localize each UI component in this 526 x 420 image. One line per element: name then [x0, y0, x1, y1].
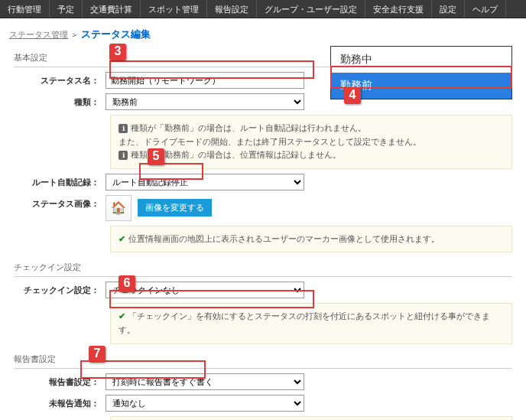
type-hint-box: 種類が「勤務前」の場合は、ルート自動記録は行われません。 また、ドライブモードの… — [110, 115, 512, 169]
menu-item[interactable]: 交通費計算 — [83, 0, 141, 18]
checkin-hint-box: 「チェックイン」を有効にするとステータスの打刻を付近にあるスポットと紐付ける事が… — [110, 303, 512, 343]
hint-text: 位置情報画面の地図上に表示されるユーザーのマーカー画像として使用されます。 — [119, 233, 504, 246]
hint-text: 種類が「勤務前」の場合は、ルート自動記録は行われません。 — [119, 122, 504, 135]
image-hint-box: 位置情報画面の地図上に表示されるユーザーのマーカー画像として使用されます。 — [110, 226, 512, 253]
route-label: ルート自動記録： — [14, 174, 106, 188]
unreport-label: 未報告通知： — [14, 395, 106, 409]
page-title: ステータス編集 — [81, 28, 151, 40]
hint-text: また、ドライブモードの開始、または終了用ステータスとして設定できません。 — [119, 135, 504, 149]
menu-item[interactable]: 安全走行支援 — [365, 0, 432, 18]
status-image-thumb: 🏠 — [106, 195, 132, 221]
callout-4: 4 — [344, 87, 361, 104]
callout-7: 7 — [89, 346, 106, 363]
checkin-select[interactable]: チェックインなし — [106, 282, 304, 298]
change-image-button[interactable]: 画像を変更する — [138, 199, 212, 217]
hint-text: 「チェックイン」を有効にするとステータスの打刻を付近にあるスポットと紐付ける事が… — [119, 310, 504, 337]
breadcrumb-root[interactable]: ステータス管理 — [9, 30, 68, 39]
status-image-label: ステータス画像： — [14, 195, 106, 210]
report-label: 報告書設定： — [14, 373, 106, 388]
menu-item[interactable]: 設定 — [432, 0, 465, 18]
status-name-label: ステータス名： — [14, 72, 106, 86]
menu-item[interactable]: グループ・ユーザー設定 — [257, 0, 365, 18]
type-select[interactable]: 勤務前 — [106, 93, 304, 110]
menu-item[interactable]: 報告設定 — [207, 0, 257, 18]
callout-3: 3 — [109, 44, 126, 60]
menu-item[interactable]: 予定 — [50, 0, 83, 18]
callout-5: 5 — [148, 148, 164, 165]
section-checkin: チェックイン設定 — [14, 257, 512, 277]
breadcrumb: ステータス管理 ＞ ステータス編集 — [9, 28, 517, 41]
hint-text: 種類が「勤務前」の場合は、位置情報は記録しません。 — [119, 148, 504, 162]
type-label: 種類： — [14, 93, 106, 108]
callout-6: 6 — [119, 275, 135, 292]
dropdown-option[interactable]: 勤務中 — [331, 47, 511, 73]
report-select[interactable]: 打刻時に報告書をすぐ書く — [106, 373, 304, 390]
top-menubar: 行動管理 予定 交通費計算 スポット管理 報告設定 グループ・ユーザー設定 安全… — [0, 0, 526, 18]
menu-item[interactable]: 行動管理 — [0, 0, 50, 18]
route-select[interactable]: ルート自動記録停止 — [106, 174, 304, 190]
menu-item[interactable]: スポット管理 — [141, 0, 207, 18]
report-hint-box: 「未報告通知」を有効にすると、ステータスの打刻時に未報告の報告書があれば、利用者… — [110, 416, 512, 420]
menu-item[interactable]: ヘルプ — [465, 0, 506, 18]
status-name-input[interactable] — [106, 72, 304, 89]
unreport-select[interactable]: 通知なし — [106, 395, 304, 412]
checkin-label: チェックイン設定： — [14, 282, 106, 296]
